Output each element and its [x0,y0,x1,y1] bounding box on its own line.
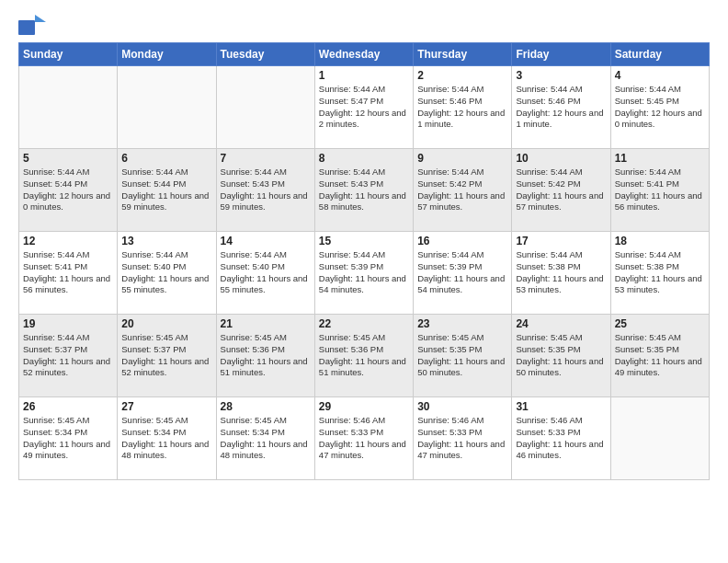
calendar-cell: 18Sunrise: 5:44 AM Sunset: 5:38 PM Dayli… [610,232,709,315]
day-info: Sunrise: 5:44 AM Sunset: 5:42 PM Dayligh… [417,167,507,213]
day-header-friday: Friday [512,43,610,66]
calendar-cell: 28Sunrise: 5:45 AM Sunset: 5:34 PM Dayli… [216,397,314,480]
calendar-cell: 4Sunrise: 5:44 AM Sunset: 5:45 PM Daylig… [610,66,709,149]
day-info: Sunrise: 5:46 AM Sunset: 5:33 PM Dayligh… [516,415,606,462]
day-number: 14 [221,235,311,247]
day-header-sunday: Sunday [19,43,118,66]
day-number: 28 [221,400,311,413]
day-info: Sunrise: 5:44 AM Sunset: 5:43 PM Dayligh… [221,167,311,213]
calendar-cell: 10Sunrise: 5:44 AM Sunset: 5:42 PM Dayli… [512,149,610,232]
calendar-cell: 29Sunrise: 5:46 AM Sunset: 5:33 PM Dayli… [314,397,413,480]
calendar-cell: 9Sunrise: 5:44 AM Sunset: 5:42 PM Daylig… [414,149,512,232]
calendar-cell [19,66,118,149]
day-info: Sunrise: 5:45 AM Sunset: 5:36 PM Dayligh… [221,332,311,379]
calendar-cell: 17Sunrise: 5:44 AM Sunset: 5:38 PM Dayli… [512,232,610,315]
day-info: Sunrise: 5:44 AM Sunset: 5:40 PM Dayligh… [221,249,311,296]
day-info: Sunrise: 5:44 AM Sunset: 5:39 PM Dayligh… [417,249,507,296]
day-info: Sunrise: 5:44 AM Sunset: 5:42 PM Dayligh… [516,167,606,213]
day-number: 15 [319,235,409,247]
day-info: Sunrise: 5:45 AM Sunset: 5:34 PM Dayligh… [121,415,211,462]
day-info: Sunrise: 5:44 AM Sunset: 5:41 PM Dayligh… [23,249,113,296]
day-number: 26 [23,400,113,413]
logo-icon [18,15,46,35]
day-header-wednesday: Wednesday [314,43,413,66]
day-info: Sunrise: 5:45 AM Sunset: 5:34 PM Dayligh… [221,415,311,462]
day-number: 18 [615,235,705,247]
day-info: Sunrise: 5:46 AM Sunset: 5:33 PM Dayligh… [319,415,409,462]
logo [18,15,50,35]
day-number: 20 [121,317,211,330]
day-number: 17 [516,235,606,247]
day-number: 5 [23,152,113,165]
calendar-cell: 31Sunrise: 5:46 AM Sunset: 5:33 PM Dayli… [512,397,610,480]
day-info: Sunrise: 5:44 AM Sunset: 5:38 PM Dayligh… [516,249,606,296]
day-number: 7 [221,152,311,165]
calendar-cell: 8Sunrise: 5:44 AM Sunset: 5:43 PM Daylig… [314,149,413,232]
day-info: Sunrise: 5:46 AM Sunset: 5:33 PM Dayligh… [417,415,507,462]
day-number: 3 [516,69,606,82]
day-info: Sunrise: 5:45 AM Sunset: 5:35 PM Dayligh… [615,332,705,379]
calendar-cell: 23Sunrise: 5:45 AM Sunset: 5:35 PM Dayli… [414,315,512,397]
calendar-week-3: 12Sunrise: 5:44 AM Sunset: 5:41 PM Dayli… [19,232,710,315]
day-number: 22 [319,317,409,330]
calendar-cell: 6Sunrise: 5:44 AM Sunset: 5:44 PM Daylig… [118,149,216,232]
day-number: 9 [417,152,507,165]
day-info: Sunrise: 5:44 AM Sunset: 5:44 PM Dayligh… [23,167,113,213]
calendar-cell: 11Sunrise: 5:44 AM Sunset: 5:41 PM Dayli… [610,149,709,232]
calendar-cell: 24Sunrise: 5:45 AM Sunset: 5:35 PM Dayli… [512,315,610,397]
day-number: 16 [417,235,507,247]
day-number: 11 [615,152,705,165]
day-info: Sunrise: 5:45 AM Sunset: 5:36 PM Dayligh… [319,332,409,379]
day-header-saturday: Saturday [610,43,709,66]
calendar-cell: 19Sunrise: 5:44 AM Sunset: 5:37 PM Dayli… [19,315,118,397]
svg-rect-0 [18,20,35,35]
calendar-week-4: 19Sunrise: 5:44 AM Sunset: 5:37 PM Dayli… [19,315,710,397]
calendar-cell: 14Sunrise: 5:44 AM Sunset: 5:40 PM Dayli… [216,232,314,315]
day-number: 13 [121,235,211,247]
calendar-cell: 3Sunrise: 5:44 AM Sunset: 5:46 PM Daylig… [512,66,610,149]
day-header-tuesday: Tuesday [216,43,314,66]
calendar-week-2: 5Sunrise: 5:44 AM Sunset: 5:44 PM Daylig… [19,149,710,232]
day-info: Sunrise: 5:45 AM Sunset: 5:35 PM Dayligh… [516,332,606,379]
day-info: Sunrise: 5:44 AM Sunset: 5:45 PM Dayligh… [615,84,705,131]
day-number: 31 [516,400,606,413]
day-info: Sunrise: 5:44 AM Sunset: 5:46 PM Dayligh… [516,84,606,131]
calendar-cell: 25Sunrise: 5:45 AM Sunset: 5:35 PM Dayli… [610,315,709,397]
calendar-cell: 15Sunrise: 5:44 AM Sunset: 5:39 PM Dayli… [314,232,413,315]
day-info: Sunrise: 5:44 AM Sunset: 5:39 PM Dayligh… [319,249,409,296]
calendar-cell: 26Sunrise: 5:45 AM Sunset: 5:34 PM Dayli… [19,397,118,480]
day-number: 29 [319,400,409,413]
day-info: Sunrise: 5:44 AM Sunset: 5:37 PM Dayligh… [23,332,113,379]
calendar-cell: 7Sunrise: 5:44 AM Sunset: 5:43 PM Daylig… [216,149,314,232]
calendar-cell: 22Sunrise: 5:45 AM Sunset: 5:36 PM Dayli… [314,315,413,397]
calendar-week-1: 1Sunrise: 5:44 AM Sunset: 5:47 PM Daylig… [19,66,710,149]
day-info: Sunrise: 5:44 AM Sunset: 5:47 PM Dayligh… [319,84,409,131]
calendar-cell: 1Sunrise: 5:44 AM Sunset: 5:47 PM Daylig… [314,66,413,149]
day-info: Sunrise: 5:45 AM Sunset: 5:37 PM Dayligh… [121,332,211,379]
calendar-cell: 21Sunrise: 5:45 AM Sunset: 5:36 PM Dayli… [216,315,314,397]
day-header-monday: Monday [118,43,216,66]
calendar-cell [610,397,709,480]
page-header [18,15,710,35]
day-number: 27 [121,400,211,413]
day-number: 1 [319,69,409,82]
day-info: Sunrise: 5:44 AM Sunset: 5:38 PM Dayligh… [615,249,705,296]
day-info: Sunrise: 5:45 AM Sunset: 5:35 PM Dayligh… [417,332,507,379]
day-header-thursday: Thursday [414,43,512,66]
calendar-week-5: 26Sunrise: 5:45 AM Sunset: 5:34 PM Dayli… [19,397,710,480]
day-number: 25 [615,317,705,330]
day-number: 8 [319,152,409,165]
day-number: 23 [417,317,507,330]
day-info: Sunrise: 5:44 AM Sunset: 5:46 PM Dayligh… [417,84,507,131]
day-number: 2 [417,69,507,82]
calendar-cell [118,66,216,149]
svg-marker-1 [35,15,46,22]
day-number: 24 [516,317,606,330]
calendar-cell [216,66,314,149]
day-number: 21 [221,317,311,330]
day-info: Sunrise: 5:44 AM Sunset: 5:43 PM Dayligh… [319,167,409,213]
day-info: Sunrise: 5:45 AM Sunset: 5:34 PM Dayligh… [23,415,113,462]
day-info: Sunrise: 5:44 AM Sunset: 5:40 PM Dayligh… [121,249,211,296]
calendar-cell: 30Sunrise: 5:46 AM Sunset: 5:33 PM Dayli… [414,397,512,480]
calendar-cell: 20Sunrise: 5:45 AM Sunset: 5:37 PM Dayli… [118,315,216,397]
